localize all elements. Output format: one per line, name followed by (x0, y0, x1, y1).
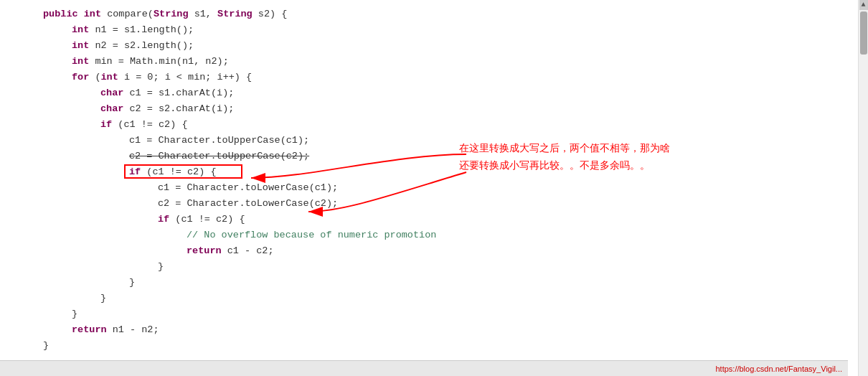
code-line-21: return n1 - n2; (0, 321, 858, 337)
code-line-1: public int compare(String s1, String s2)… (0, 6, 858, 22)
code-line-12: c1 = Character.toLowerCase(c1); (0, 179, 858, 195)
code-line-22: } (0, 337, 858, 353)
code-line-7: char c2 = s2.charAt(i); (0, 100, 858, 116)
code-line-17: } (0, 258, 858, 274)
code-line-13: c2 = Character.toLowerCase(c2); (0, 195, 858, 211)
code-line-15: // No overflow because of numeric promot… (0, 227, 858, 243)
code-line-16: return c1 - c2; (0, 243, 858, 258)
main-container: public int compare(String s1, String s2)… (0, 0, 868, 376)
kw-int: int (84, 9, 101, 19)
code-line-2: int n1 = s1.length(); (0, 22, 858, 37)
scrollbar-thumb[interactable] (860, 11, 867, 55)
code-line-3: int n2 = s2.length(); (0, 37, 858, 53)
code-line-9: c1 = Character.toUpperCase(c1); (0, 132, 858, 148)
code-line-19: } (0, 290, 858, 306)
code-area: public int compare(String s1, String s2)… (0, 0, 858, 376)
code-line-18: } (0, 274, 858, 290)
code-text: compare( (101, 9, 154, 19)
code-line-14: if (c1 != c2) { (0, 211, 858, 227)
code-line-20: } (0, 306, 858, 321)
code-line-11: if (c1 != c2) { (0, 164, 858, 179)
scroll-up-arrow[interactable]: ▲ (859, 0, 868, 10)
code-line-5: for (int i = 0; i < min; i++) { (0, 69, 858, 85)
kw-public: public (43, 9, 84, 19)
code-line-10: c2 = Character.toUpperCase(c2); (0, 148, 858, 164)
bottom-bar: https://blog.csdn.net/Fantasy_Vigil... (0, 360, 848, 376)
code-line-8: if (c1 != c2) { (0, 116, 858, 132)
bottom-bar-url: https://blog.csdn.net/Fantasy_Vigil... (715, 365, 842, 373)
scrollbar[interactable]: ▲ (858, 0, 868, 376)
code-line-6: char c1 = s1.charAt(i); (0, 85, 858, 100)
code-line-4: int min = Math.min(n1, n2); (0, 53, 858, 69)
